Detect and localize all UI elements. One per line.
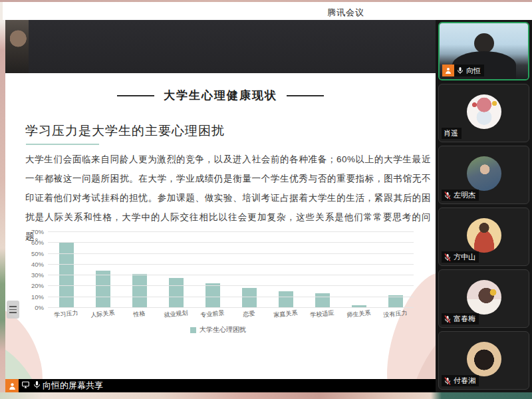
slide-heading: 学习压力是大学生的主要心理困扰	[25, 122, 225, 140]
gridline	[48, 285, 414, 286]
presenter-person-icon	[5, 379, 19, 392]
bar-家庭关系	[279, 291, 293, 307]
microphone-icon	[456, 66, 464, 74]
gridline	[48, 253, 414, 254]
bar-恋爱	[242, 288, 257, 307]
x-tick-label: 师生关系	[340, 308, 377, 321]
x-tick-label: 学习压力	[47, 308, 84, 321]
chart-y-axis: 0%10%20%30%40%50%60%70%	[20, 231, 44, 307]
participant-label: 向恒	[442, 65, 484, 76]
participant-name: 向恒	[466, 66, 481, 76]
participant-name: 左明杰	[454, 190, 475, 200]
cartoon-boy-red-avatar	[467, 218, 501, 253]
x-tick-label: 家庭关系	[267, 308, 304, 321]
photo-long-hair-avatar	[467, 342, 501, 376]
bar-学校适应	[315, 293, 330, 307]
name-pill: 付春湘	[442, 375, 479, 386]
x-tick-label: 学校适应	[303, 308, 340, 321]
microphone-muted-icon	[444, 192, 452, 200]
name-pill: 左明杰	[442, 190, 479, 201]
participant-label: 富春梅	[442, 313, 479, 325]
participant-label: 左明杰	[442, 190, 479, 201]
participant-name: 富春梅	[454, 314, 475, 324]
chart-legend: 大学生心理困扰	[20, 325, 416, 334]
bar-chart: 0%10%20%30%40%50%60%70% 学习压力人际关系性格就业规划专业…	[20, 228, 416, 338]
x-tick-label: 恋爱	[230, 308, 267, 321]
microphone-muted-icon	[444, 377, 452, 385]
participant-label: 肖遥	[442, 128, 462, 139]
slide-title: 大学生心理健康现状	[164, 88, 277, 103]
microphone-muted-icon	[444, 315, 452, 323]
name-pill: 向恒	[454, 65, 484, 76]
screen-share-banner: 向恒的屏幕共享	[5, 379, 436, 392]
desktop: 腾讯会议 大学生心理健康现状 学习压力是大学生的主要心理困扰 大学生们会面临来自…	[0, 0, 532, 399]
slideshow-menu-button[interactable]	[7, 301, 19, 319]
x-tick-label: 就业规划	[157, 308, 194, 321]
y-tick-label: 30%	[20, 271, 44, 279]
gridline	[48, 264, 414, 265]
y-tick-label: 10%	[20, 293, 44, 300]
participant-name: 方中山	[454, 252, 475, 262]
participant-name: 付春湘	[454, 376, 475, 386]
y-tick-label: 0%	[20, 304, 44, 311]
legend-swatch	[190, 327, 196, 333]
gridline	[48, 231, 414, 232]
slide-title-row: 大学生心理健康现状	[5, 88, 436, 103]
name-pill: 肖遥	[442, 128, 462, 139]
y-tick-label: 40%	[20, 260, 44, 267]
photo-blue-hoodie-avatar	[467, 156, 501, 191]
name-pill: 方中山	[442, 251, 479, 263]
presenter-camera-thumbnail	[5, 20, 29, 73]
microphone-icon	[33, 380, 41, 392]
y-tick-label: 20%	[20, 282, 44, 289]
gridline	[48, 297, 414, 297]
participant-tile-向恒[interactable]: 向恒	[438, 22, 529, 80]
x-tick-label: 人际关系	[84, 308, 121, 321]
cartoon-girl-avatar	[467, 94, 501, 129]
participant-tile-方中山[interactable]: 方中山	[438, 207, 529, 266]
bar-没有压力	[388, 295, 403, 307]
meeting-app: 大学生心理健康现状 学习压力是大学生的主要心理困扰 大学生们会面临来自同龄人更为…	[5, 20, 532, 392]
chart-x-axis: 学习压力人际关系性格就业规划专业前景恋爱家庭关系学校适应师生关系没有压力	[48, 310, 414, 319]
y-tick-label: 50%	[20, 249, 44, 257]
gridline	[48, 275, 414, 275]
bar-就业规划	[169, 278, 184, 307]
gridline	[48, 242, 414, 243]
participant-tile-肖遥[interactable]: 肖遥	[438, 84, 529, 142]
participant-label: 付春湘	[442, 375, 479, 386]
bar-人际关系	[96, 271, 110, 307]
presentation-slide: 大学生心理健康现状 学习压力是大学生的主要心理困扰 大学生们会面临来自同龄人更为…	[5, 73, 436, 379]
microphone-muted-icon	[444, 253, 452, 261]
gridline	[48, 307, 414, 308]
window-title: 腾讯会议	[327, 7, 364, 19]
heading-underline	[26, 144, 99, 145]
title-dash-left	[117, 95, 154, 96]
y-tick-label: 70%	[20, 228, 44, 235]
participant-label: 方中山	[442, 251, 479, 263]
share-banner-text: 向恒的屏幕共享	[43, 380, 103, 392]
y-tick-label: 60%	[20, 239, 44, 246]
participant-tile-富春梅[interactable]: 富春梅	[438, 269, 529, 328]
name-pill: 富春梅	[442, 313, 479, 325]
screen-share-icon	[21, 380, 30, 392]
shared-screen-stage: 大学生心理健康现状 学习压力是大学生的主要心理困扰 大学生们会面临来自同龄人更为…	[5, 20, 436, 392]
illustration-sunflower-avatar	[467, 280, 501, 315]
participant-tile-付春湘[interactable]: 付春湘	[438, 331, 529, 390]
presenter-person-icon	[442, 65, 454, 76]
window-titlebar: 腾讯会议	[3, 2, 532, 20]
wallpaper-bottom-strip	[0, 392, 532, 399]
bar-性格	[132, 274, 147, 307]
wallpaper-left-strip	[0, 2, 5, 399]
participants-panel: 向恒肖遥左明杰方中山富春梅付春湘	[436, 20, 532, 392]
x-tick-label: 性格	[120, 308, 158, 321]
participant-tile-左明杰[interactable]: 左明杰	[438, 146, 529, 204]
title-dash-right	[287, 95, 324, 96]
bar-专业前景	[205, 283, 220, 307]
x-tick-label: 没有压力	[376, 308, 414, 321]
participant-name: 肖遥	[444, 128, 458, 138]
chart-plot	[48, 231, 414, 307]
x-tick-label: 专业前景	[194, 308, 231, 321]
legend-label: 大学生心理困扰	[200, 325, 246, 334]
shared-screen-top-band	[5, 20, 436, 73]
